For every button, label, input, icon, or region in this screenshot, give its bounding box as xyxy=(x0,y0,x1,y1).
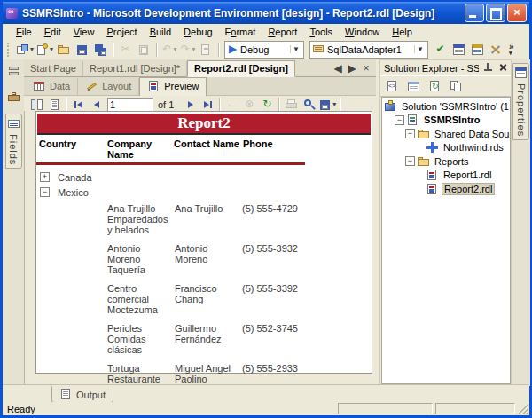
designer-tab-preview[interactable]: Preview xyxy=(139,77,207,96)
pin-icon xyxy=(481,62,494,75)
menu-tools[interactable]: Tools xyxy=(303,26,339,38)
properties-tab[interactable]: Properties xyxy=(512,63,529,140)
pin-button[interactable] xyxy=(480,62,495,75)
refresh-icon: ↻ xyxy=(262,99,273,110)
designer-tab-data[interactable]: Data xyxy=(26,78,78,95)
dropdown-icon[interactable]: ▾ xyxy=(332,100,336,108)
maximize-button[interactable] xyxy=(486,4,505,22)
toolbox-button[interactable] xyxy=(4,88,23,105)
panel-close-button[interactable] xyxy=(496,62,511,75)
minimize-button[interactable] xyxy=(465,4,484,22)
open-folder-button[interactable] xyxy=(54,41,73,58)
column-header-phone: Phone xyxy=(243,138,372,160)
property-pages-button[interactable] xyxy=(450,41,468,58)
detail-row: Centro comercial MoctezumaFrancisco Chan… xyxy=(107,283,372,315)
tree-item-label: Shared Data Sources xyxy=(433,129,511,139)
tree-item-solution-ssmrsintro-1-project-[interactable]: Solution 'SSMRSIntro' (1 project) xyxy=(382,99,510,114)
collapse-toggle-icon[interactable]: − xyxy=(395,115,404,125)
first-page-button[interactable] xyxy=(69,97,87,112)
dropdown-icon[interactable]: ▾ xyxy=(30,45,34,53)
company-cell: Centro comercial Moctezuma xyxy=(107,283,175,315)
status-bar: Ready xyxy=(3,402,529,415)
resize-grip[interactable] xyxy=(518,404,528,414)
adapter-icon xyxy=(312,43,325,55)
edit-form-button[interactable] xyxy=(468,41,487,58)
tree-item-northwind-rds[interactable]: Northwind.rds xyxy=(382,141,510,155)
paste-icon xyxy=(137,43,151,56)
tree-item-reports[interactable]: −Reports xyxy=(382,154,510,169)
scroll-tabs-left-button[interactable]: ◀ xyxy=(331,62,345,75)
toolbar-overflow-button[interactable]: »▾ xyxy=(509,43,514,56)
menu-file[interactable]: File xyxy=(10,26,38,38)
phone-cell: (5) 552-3745 xyxy=(242,323,372,355)
document-map-button[interactable] xyxy=(27,97,45,112)
menu-build[interactable]: Build xyxy=(144,26,177,38)
tree-item-report1-rdl[interactable]: Report1.rdl xyxy=(382,169,510,183)
tree-item-shared-data-sources[interactable]: −Shared Data Sources xyxy=(382,127,510,141)
designer-tab-layout[interactable]: Layout xyxy=(78,78,139,95)
menu-debug[interactable]: Debug xyxy=(177,26,218,38)
view-designer-button[interactable] xyxy=(404,78,423,95)
database-check-button[interactable]: ✔ xyxy=(431,41,450,58)
doc-tab-report2-rdl-design-[interactable]: Report2.rdl [Design] xyxy=(187,60,295,77)
expand-toggle-icon[interactable]: + xyxy=(40,172,50,182)
doc-tab-start-page[interactable]: Start Page xyxy=(24,61,83,76)
solution-explorer-toolbar xyxy=(380,76,512,97)
menu-window[interactable]: Window xyxy=(339,26,386,38)
menu-view[interactable]: View xyxy=(67,26,101,38)
back-icon: ← xyxy=(226,99,238,110)
output-panel-bar: Output xyxy=(3,384,529,403)
refresh-item-button[interactable] xyxy=(426,78,444,95)
page-setup-button[interactable] xyxy=(45,97,63,112)
dropdown-icon[interactable]: ▾ xyxy=(50,45,53,53)
close-document-button[interactable]: × xyxy=(359,62,373,75)
menu-report[interactable]: Report xyxy=(262,26,303,38)
tree-item-label: Northwind.rds xyxy=(442,142,505,153)
solution-explorer-titlebar[interactable]: Solution Explorer - SSMRSIn... xyxy=(380,60,512,76)
print-layout-icon xyxy=(302,99,316,111)
database-check-icon: ✔ xyxy=(434,43,446,55)
close-button[interactable]: × xyxy=(507,4,527,22)
next-page-button[interactable] xyxy=(181,97,199,112)
last-page-icon xyxy=(201,99,215,111)
save-all-button[interactable] xyxy=(91,41,110,58)
show-all-files-button[interactable] xyxy=(447,78,466,95)
combo-dropdown-icon[interactable]: ▼ xyxy=(290,45,301,53)
refresh-button[interactable]: ↻ xyxy=(258,97,276,112)
dropdown-icon[interactable]: ▾ xyxy=(192,45,196,53)
debug-config-combo[interactable]: ▶ Debug ▼ xyxy=(224,41,304,59)
collapse-toggle-icon[interactable]: − xyxy=(405,156,415,166)
last-page-button[interactable] xyxy=(199,97,216,112)
new-project-icon xyxy=(16,43,29,56)
add-item-button[interactable]: ▾ xyxy=(35,41,54,58)
tools-button[interactable] xyxy=(487,41,505,58)
dropdown-icon[interactable]: ▾ xyxy=(174,45,177,53)
view-code-button[interactable] xyxy=(383,78,402,95)
toolbar-grip[interactable] xyxy=(7,43,12,57)
collapse-toggle-icon[interactable]: − xyxy=(40,187,50,197)
fields-tab[interactable]: Fields xyxy=(5,114,22,169)
collapse-toggle-icon[interactable]: − xyxy=(405,129,415,138)
detail-row: Ana Trujillo Emparedados y heladosAna Tr… xyxy=(107,203,372,235)
output-tab[interactable]: Output xyxy=(51,386,113,403)
menu-project[interactable]: Project xyxy=(100,26,143,38)
print-layout-button[interactable] xyxy=(300,97,317,112)
prev-page-button[interactable] xyxy=(87,97,105,112)
adapter-combo[interactable]: SqlDataAdapter1 ▼ xyxy=(309,41,428,59)
export-button[interactable]: ▾ xyxy=(317,97,337,112)
undo-button: ↶▾ xyxy=(160,41,178,58)
menu-format[interactable]: Format xyxy=(219,26,262,38)
save-button[interactable] xyxy=(73,41,91,58)
server-explorer-button[interactable] xyxy=(4,62,23,79)
tree-item-label: Report2.rdl xyxy=(442,183,495,195)
menu-edit[interactable]: Edit xyxy=(38,26,67,38)
status-text: Ready xyxy=(7,404,338,414)
scroll-tabs-right-button[interactable]: ▶ xyxy=(345,62,359,75)
tree-item-report2-rdl[interactable]: Report2.rdl xyxy=(382,182,510,196)
menu-help[interactable]: Help xyxy=(386,26,419,38)
page-number-input[interactable] xyxy=(107,98,153,112)
doc-tab-report1-rdl-design-[interactable]: Report1.rdl [Design]* xyxy=(83,61,187,76)
tree-item-ssmrsintro[interactable]: −SSMRSIntro xyxy=(382,114,510,128)
new-project-button[interactable]: ▾ xyxy=(15,41,35,58)
combo-dropdown-icon[interactable]: ▼ xyxy=(414,45,426,53)
